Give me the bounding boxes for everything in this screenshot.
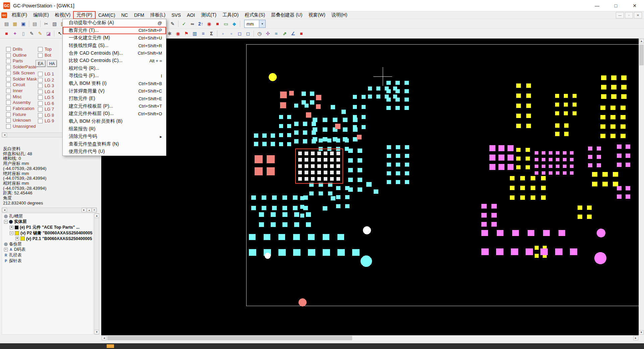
- copy-icon[interactable]: ▧: [51, 20, 58, 28]
- menubar-item-stackup-builder[interactable]: 层叠创建器 (U): [268, 11, 305, 19]
- red-stop-icon[interactable]: ■: [3, 30, 10, 38]
- lg-checkbox-2[interactable]: [38, 78, 43, 82]
- menu-item-create-component-outline-layer[interactable]: 建立元件外框层 (O)...Ctrl+Shift+O: [63, 110, 166, 118]
- graph-angle-icon[interactable]: ∠: [289, 30, 297, 38]
- scroll-left-icon[interactable]: ◄: [2, 133, 7, 137]
- tree-item[interactable]: +AD码表: [2, 247, 93, 253]
- menu-item-compare-cad-centroids[interactable]: 比较 CAD Centroids (C)...Alt + =: [63, 57, 166, 65]
- unit-dropdown[interactable]: mm ▼: [244, 20, 266, 28]
- layer-checkbox-fixture[interactable]: [6, 112, 11, 117]
- mdi-close-button[interactable]: ✕: [634, 12, 642, 18]
- lg-checkbox-5[interactable]: [38, 95, 43, 100]
- layer-checkbox-assemby[interactable]: [6, 100, 11, 105]
- pencil-edit-icon[interactable]: ✎: [28, 30, 36, 38]
- select-rect-4-icon[interactable]: ◻: [244, 30, 252, 38]
- tree-item[interactable]: +(e) P1 元件 "ACE Top Parts" ...: [2, 225, 93, 230]
- tree-scroll-up-icon[interactable]: ▲: [94, 214, 99, 218]
- ha-button[interactable]: HA: [47, 60, 57, 67]
- menu-item-use-component-id[interactable]: 使用元件代号 (U): [63, 148, 166, 156]
- menu-item-auto-extract-centroid[interactable]: 自动提取中心坐标 (A)@: [63, 19, 166, 27]
- menu-item-unified-create-component[interactable]: 一体化建立元件 (M)Ctrl+Shift+U: [63, 34, 166, 42]
- canvas-vscrollbar[interactable]: ▲ ▼: [639, 39, 644, 335]
- select-rect-1-icon[interactable]: ▫: [219, 30, 227, 38]
- select-rect-3-icon[interactable]: ◻: [236, 30, 244, 38]
- lg-checkbox-9[interactable]: [38, 119, 43, 123]
- minimize-button[interactable]: —: [588, 0, 606, 11]
- tree-scroll-left-icon[interactable]: ◄: [2, 208, 7, 212]
- layer-checkbox-inner[interactable]: [6, 89, 11, 93]
- red-square-icon[interactable]: ■: [214, 20, 221, 28]
- lg-checkbox-4[interactable]: [38, 90, 43, 94]
- chart-icon[interactable]: ▥: [191, 30, 199, 38]
- menubar-item-dfm[interactable]: DFM: [131, 12, 147, 18]
- tree-item[interactable]: −(v) P2 锡膏 "B0060AXASS250400005 YTP1: [2, 230, 93, 236]
- pencil-add-icon[interactable]: ✎: [36, 30, 44, 38]
- lg-checkbox-7[interactable]: [38, 107, 43, 112]
- graph-up-icon[interactable]: ⇗: [281, 30, 288, 38]
- layer-checkbox-outline[interactable]: [6, 53, 11, 58]
- side-checkbox-bot[interactable]: [38, 53, 43, 58]
- green-frame-icon[interactable]: ▭: [222, 20, 230, 28]
- canvas-vscroll-thumb[interactable]: [639, 45, 644, 65]
- layer-checkbox-unknown[interactable]: [6, 118, 11, 123]
- menu-item-teach-component[interactable]: 教育元件 (T)...Ctrl+Shift+P: [63, 27, 166, 35]
- side-checkbox-top[interactable]: [38, 47, 43, 52]
- menu-item-assembly-report[interactable]: 组装报告 (R): [63, 125, 166, 133]
- canvas-scroll-down-icon[interactable]: ▼: [639, 330, 644, 335]
- canvas-scroll-right-icon[interactable]: ►: [633, 336, 638, 340]
- canvas-scroll-up-icon[interactable]: ▲: [639, 39, 644, 43]
- menubar-item-panelize[interactable]: 排板(L): [147, 11, 168, 19]
- wheel-icon[interactable]: ✱: [166, 30, 173, 38]
- canvas-hscrollbar[interactable]: ◄ ►: [101, 335, 639, 341]
- open-file-icon[interactable]: ▦: [11, 20, 19, 28]
- tree-vscrollbar[interactable]: ▲ ▼: [94, 213, 99, 335]
- canvas-scroll-left-icon[interactable]: ◄: [102, 336, 107, 340]
- new-file-icon[interactable]: ▤: [3, 20, 10, 28]
- layer-checkbox-fabrication[interactable]: [6, 106, 11, 111]
- fan-icon[interactable]: ✣: [264, 30, 272, 38]
- taskbar-app-icon[interactable]: [107, 344, 114, 348]
- stats-icon[interactable]: ≈: [272, 30, 280, 38]
- tree-scroll-down-icon[interactable]: ▼: [94, 330, 99, 334]
- menubar-item-tools[interactable]: 工具(O): [219, 11, 241, 19]
- menubar-item-nc[interactable]: NC: [118, 12, 131, 18]
- layer-checkbox-solderpaste[interactable]: [6, 65, 11, 69]
- lg-checkbox-8[interactable]: [38, 113, 43, 118]
- menubar-item-edit[interactable]: 编辑(E): [30, 11, 52, 19]
- menu-item-clear-component-numbers[interactable]: 清除元件号码▸: [63, 133, 166, 140]
- final-red-icon[interactable]: ■: [298, 30, 305, 38]
- menubar-item-svs[interactable]: SVS: [168, 12, 184, 18]
- layers-icon[interactable]: ≡: [199, 30, 207, 38]
- layer-checkbox-drills[interactable]: [6, 47, 11, 52]
- canvas-hscroll-thumb[interactable]: [107, 336, 352, 340]
- menu-item-convert-linear-pads[interactable]: 转换线性焊盘 (S)...Ctrl+Shift+R: [63, 42, 166, 50]
- menu-item-load-bom[interactable]: 载入 BOM 资料 (I)Ctrl+Shift+B: [63, 80, 166, 88]
- menubar-item-help[interactable]: 说明(H): [328, 11, 350, 19]
- expand-icon[interactable]: +: [15, 237, 19, 240]
- magenta-tool-icon[interactable]: ✦: [11, 30, 19, 38]
- menu-item-check-refdes[interactable]: 核对位号 (R)...: [63, 65, 166, 72]
- lg-checkbox-6[interactable]: [38, 101, 43, 106]
- droplet-icon[interactable]: ◆: [230, 20, 238, 28]
- menu-item-view-component-pad-library[interactable]: 查看元件垫盘资料库 (N): [63, 140, 166, 148]
- layer-checkbox-solder-mask[interactable]: [6, 77, 11, 81]
- pencil-black-icon[interactable]: ✎: [169, 20, 176, 28]
- ea-button[interactable]: EA: [36, 60, 46, 67]
- pcb-canvas[interactable]: S英’,⌨❖▦: [101, 39, 639, 335]
- unit-dropdown-arrow-icon[interactable]: ▼: [259, 20, 265, 27]
- menubar-item-file[interactable]: 档案(F): [9, 11, 30, 19]
- order-2up-icon[interactable]: 2↑: [197, 20, 205, 28]
- inspect-glasses-icon[interactable]: ∞: [189, 20, 196, 28]
- menubar-item-test[interactable]: 测试(T): [198, 11, 219, 19]
- layer-checkbox-unassigned[interactable]: [6, 124, 11, 129]
- layer-checkbox-parts[interactable]: [6, 59, 11, 63]
- menubar-item-cam[interactable]: CAM(C): [95, 12, 118, 18]
- menubar-item-window[interactable]: 视窗(W): [305, 11, 328, 19]
- menu-item-calc-solder-paste[interactable]: 计算焊膏用量 (V)Ctrl+Shift+C: [63, 87, 166, 95]
- tree-item[interactable]: R孔径表: [2, 252, 93, 258]
- eraser-icon[interactable]: ◪: [45, 30, 52, 38]
- tree-close-icon[interactable]: ✕: [92, 208, 97, 212]
- menubar-item-component[interactable]: 元件(P): [73, 11, 95, 19]
- doc-white-icon[interactable]: ▯: [19, 30, 27, 38]
- layer-checkbox-misc[interactable]: [6, 95, 11, 99]
